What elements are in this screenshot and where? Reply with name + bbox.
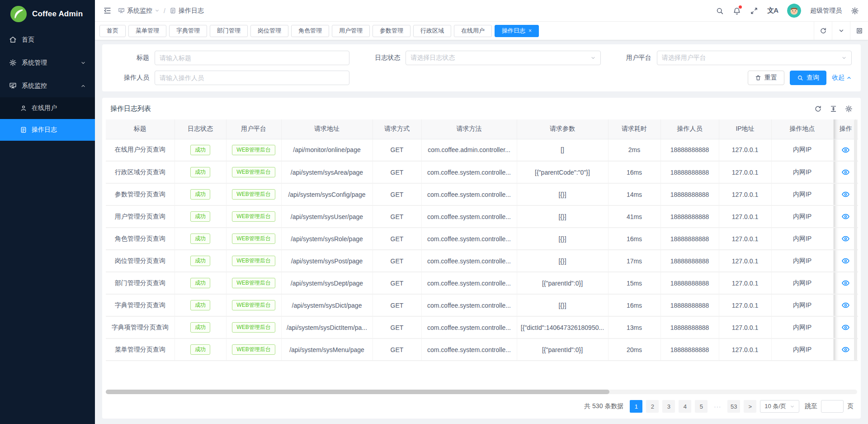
view-detail-eye-icon[interactable] (841, 301, 850, 310)
table-card-header: 操作日志列表 (102, 98, 861, 119)
view-detail-eye-icon[interactable] (841, 234, 850, 243)
refresh-icon[interactable] (814, 22, 832, 40)
platform-select[interactable]: 请选择用户平台 (657, 51, 852, 65)
tab[interactable]: 操作日志× (495, 25, 539, 37)
cell-ip: 127.0.0.1 (719, 205, 771, 228)
search-form-card: 标题 日志状态 请选择日志状态 用户平台 请选择用户平台 (102, 44, 861, 91)
refresh-icon[interactable] (814, 105, 822, 113)
avatar[interactable] (787, 4, 801, 18)
tab-close-icon[interactable]: × (528, 28, 532, 33)
cell-method: com.coffee.system.controlle... (421, 316, 517, 338)
cell-title: 岗位管理分页查询 (106, 250, 175, 272)
page-button[interactable]: 53 (727, 400, 740, 413)
coffee-leaf-logo-icon (10, 5, 27, 23)
sidebar-item-label: 系统管理 (22, 59, 75, 67)
table-row[interactable]: 字典项管理分页查询 成功 WEB管理后台 /api/system/sysDict… (106, 316, 858, 338)
title-field-group: 标题 (111, 51, 349, 65)
page-button[interactable]: 4 (679, 400, 691, 413)
query-button[interactable]: 查询 (790, 71, 826, 85)
cell-params: [{}] (517, 183, 608, 205)
sidebar-item-operation-log[interactable]: 操作日志 (0, 119, 95, 141)
page-size-select[interactable]: 10 条/页 (760, 400, 799, 413)
tab[interactable]: 岗位管理 (250, 25, 288, 37)
tab[interactable]: 首页 (99, 25, 126, 37)
sidebar-item-system-monitor[interactable]: 系统监控 (0, 74, 95, 97)
translate-icon[interactable]: 文A (767, 6, 778, 15)
username[interactable]: 超级管理员 (810, 7, 842, 15)
pagination-total: 共 530 条数据 (584, 402, 623, 410)
page-button[interactable]: 2 (646, 400, 659, 413)
view-detail-eye-icon[interactable] (841, 323, 850, 332)
cell-title: 菜单管理分页查询 (106, 338, 175, 361)
tab[interactable]: 用户管理 (332, 25, 370, 37)
sidebar-item-system-management[interactable]: 系统管理 (0, 51, 95, 74)
document-icon (20, 126, 27, 133)
vertical-scrollbar[interactable] (854, 119, 857, 361)
table-row[interactable]: 在线用户分页查询 成功 WEB管理后台 /api/monitor/online/… (106, 139, 858, 161)
tab[interactable]: 角色管理 (291, 25, 329, 37)
log-status-select[interactable]: 请选择日志状态 (406, 51, 600, 65)
cell-http-method: GET (373, 250, 421, 272)
operator-input[interactable] (160, 71, 344, 85)
jump-page-input[interactable] (821, 400, 844, 413)
table-row[interactable]: 角色管理分页查询 成功 WEB管理后台 /api/system/sysRole/… (106, 228, 858, 250)
document-icon (170, 7, 176, 14)
table-row[interactable]: 部门管理分页查询 成功 WEB管理后台 /api/system/sysDept/… (106, 272, 858, 294)
cell-status: 成功 (175, 161, 226, 183)
horizontal-scrollbar-thumb[interactable] (106, 390, 609, 394)
log-status-field-label: 日志状态 (362, 54, 400, 62)
sidebar-item-home[interactable]: 首页 (0, 28, 95, 51)
search-icon[interactable] (716, 7, 724, 15)
platform-badge: WEB管理后台 (232, 300, 275, 310)
view-detail-eye-icon[interactable] (841, 345, 850, 354)
row-density-icon[interactable] (830, 105, 837, 113)
view-detail-eye-icon[interactable] (841, 190, 850, 199)
settings-gear-icon[interactable] (851, 7, 859, 15)
breadcrumb-parent[interactable]: 系统监控 (118, 7, 160, 15)
view-detail-eye-icon[interactable] (841, 168, 850, 176)
platform-badge: WEB管理后台 (232, 189, 275, 200)
table-row[interactable]: 参数管理分页查询 成功 WEB管理后台 /api/system/sysConfi… (106, 183, 858, 205)
cell-operator: 18888888888 (660, 316, 719, 338)
tab[interactable]: 行政区域 (413, 25, 451, 37)
cell-ip: 127.0.0.1 (719, 294, 771, 316)
tab[interactable]: 菜单管理 (128, 25, 166, 37)
fullscreen-icon[interactable] (750, 7, 758, 15)
collapse-form-link[interactable]: 收起 (832, 74, 852, 82)
table-row[interactable]: 菜单管理分页查询 成功 WEB管理后台 /api/system/sysMenu/… (106, 338, 858, 361)
platform-badge: WEB管理后台 (232, 256, 275, 266)
page-button[interactable]: 5 (695, 400, 708, 413)
notification-badge (739, 5, 742, 9)
next-page-button[interactable]: > (744, 400, 756, 413)
maximize-icon[interactable] (850, 22, 868, 40)
chevron-down-icon (790, 404, 795, 409)
table-row[interactable]: 字典管理分页查询 成功 WEB管理后台 /api/system/sysDict/… (106, 294, 858, 316)
column-settings-gear-icon[interactable] (845, 105, 853, 113)
tab[interactable]: 参数管理 (373, 25, 410, 37)
horizontal-scrollbar-track[interactable] (106, 390, 857, 394)
menu-fold-icon[interactable] (103, 6, 112, 15)
sidebar-item-online-users[interactable]: 在线用户 (0, 97, 95, 119)
main-area: 系统监控 / 操作日志 文A (95, 0, 868, 424)
notification-bell-icon[interactable] (733, 7, 741, 15)
title-input[interactable] (160, 51, 344, 65)
table-row[interactable]: 用户管理分页查询 成功 WEB管理后台 /api/system/sysUser/… (106, 205, 858, 228)
cell-method: com.coffee.system.controlle... (421, 250, 517, 272)
cell-operator: 18888888888 (660, 205, 719, 228)
operator-field-group: 操作人员 (111, 71, 349, 85)
tab[interactable]: 在线用户 (454, 25, 492, 37)
page-button[interactable]: 1 (630, 400, 642, 413)
table-row[interactable]: 岗位管理分页查询 成功 WEB管理后台 /api/system/sysPost/… (106, 250, 858, 272)
chevron-down-icon[interactable] (832, 22, 850, 40)
cell-url: /api/system/sysRole/page (281, 228, 373, 250)
cell-platform: WEB管理后台 (226, 294, 281, 316)
view-detail-eye-icon[interactable] (841, 279, 850, 287)
page-button[interactable]: 3 (662, 400, 675, 413)
view-detail-eye-icon[interactable] (841, 146, 850, 154)
view-detail-eye-icon[interactable] (841, 212, 850, 221)
view-detail-eye-icon[interactable] (841, 257, 850, 265)
reset-button[interactable]: 重置 (748, 71, 784, 85)
tab[interactable]: 字典管理 (169, 25, 207, 37)
table-row[interactable]: 行政区域分页查询 成功 WEB管理后台 /api/system/sysArea/… (106, 161, 858, 183)
tab[interactable]: 部门管理 (210, 25, 248, 37)
